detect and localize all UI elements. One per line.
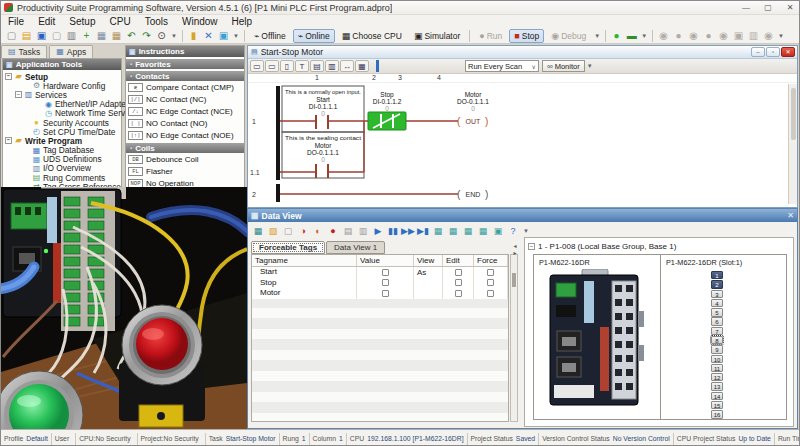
close-icon[interactable]: ✕	[781, 47, 795, 57]
dataview-tool-icon[interactable]: ▦	[476, 224, 490, 237]
paste-icon[interactable]: ▦	[109, 29, 124, 43]
ladder-canvas[interactable]: 1 1.1 2	[248, 84, 788, 205]
ladder-tool-icon[interactable]: ▭	[265, 60, 279, 72]
stop-nc-contact[interactable]	[368, 112, 406, 130]
copy-icon[interactable]: ▦	[94, 29, 109, 43]
view-as-cell[interactable]	[414, 278, 443, 289]
io-point-button[interactable]: 11	[711, 364, 723, 372]
data-view-titlebar[interactable]: ▦ Data View ✕	[248, 209, 797, 222]
ladder-tool-icon[interactable]: ▭	[250, 60, 264, 72]
save-all-icon[interactable]: ▢	[49, 29, 64, 43]
ladder-tool-icon[interactable]: ▯	[280, 60, 294, 72]
value-checkbox[interactable]	[382, 269, 389, 276]
io-point-button[interactable]: 16	[711, 410, 723, 418]
out-coil[interactable]: ( OUT )	[457, 116, 488, 127]
dataview-tool-icon[interactable]: ▶▶	[401, 224, 415, 237]
io-point-button[interactable]: 9	[711, 345, 723, 353]
io-point-button[interactable]: 15	[711, 401, 723, 409]
io-point-button[interactable]: 1	[711, 271, 723, 279]
io-point-button[interactable]: 8	[711, 336, 723, 344]
table-row[interactable]: Start	[252, 267, 508, 278]
dataview-tool-icon[interactable]: ▦	[461, 224, 475, 237]
close-button[interactable]: ✕	[779, 2, 800, 14]
table-row[interactable]: Motor	[252, 288, 508, 299]
scan-mode-select[interactable]: Run Every Scan∨	[465, 60, 539, 72]
lock-icon[interactable]: ▮	[186, 29, 201, 43]
view-as-cell[interactable]	[414, 288, 443, 299]
dataview-tool-icon[interactable]: ▢	[281, 224, 295, 237]
chevron-down-icon[interactable]: ▼	[233, 33, 239, 39]
chevron-down-icon[interactable]: ▼	[594, 33, 600, 39]
dataview-tool-icon[interactable]: ▦	[431, 224, 445, 237]
dataview-tool-icon[interactable]: ▮▮	[386, 224, 400, 237]
dataview-tool-icon[interactable]: ●	[326, 224, 340, 237]
value-checkbox[interactable]	[382, 290, 389, 297]
online-button[interactable]: ⌁Online	[293, 29, 335, 43]
instruction-item[interactable]: |/| NC Contact (NC)	[126, 93, 244, 105]
print-icon[interactable]: ▥	[64, 29, 79, 43]
edit-checkbox[interactable]	[455, 269, 462, 276]
dataview-tool-icon[interactable]: ?	[506, 224, 520, 237]
io-point-button[interactable]: 7	[711, 327, 723, 335]
dataview-tool-icon[interactable]: ▧	[266, 224, 280, 237]
menu-item[interactable]: Window	[175, 15, 225, 28]
view-icon[interactable]: ▣	[216, 29, 231, 43]
instruction-item[interactable]: | | NO Contact (NO)	[126, 117, 244, 129]
start-no-contact[interactable]	[316, 115, 328, 129]
dataview-tool-icon[interactable]: ◐	[311, 224, 325, 237]
new-icon[interactable]: ▢	[4, 29, 19, 43]
minimize-button[interactable]: —	[735, 2, 757, 14]
edit-checkbox[interactable]	[455, 279, 462, 286]
tab-apps[interactable]: ▦Apps	[49, 45, 93, 58]
instruction-item[interactable]: DB Debounce Coil	[126, 153, 244, 165]
restore-button[interactable]: ▫	[766, 47, 780, 57]
dataview-tool-icon[interactable]: ▥	[356, 224, 370, 237]
menu-item[interactable]: Edit	[31, 15, 62, 28]
io-point-button[interactable]: 2	[711, 280, 723, 288]
value-checkbox[interactable]	[382, 279, 389, 286]
undo-icon[interactable]: ↶	[124, 29, 139, 43]
close-icon[interactable]: ✕	[787, 211, 794, 220]
dataview-tool-icon[interactable]: ▶	[371, 224, 385, 237]
menu-item[interactable]: Setup	[62, 15, 102, 28]
table-row[interactable]: Stop	[252, 278, 508, 289]
scroll-arrows[interactable]: ◂▸	[511, 243, 519, 257]
dataview-tool-icon[interactable]: ◑	[296, 224, 310, 237]
ladder-scrollbar[interactable]	[788, 84, 797, 204]
dataview-tool-icon[interactable]: ▣	[491, 224, 505, 237]
expander-icon[interactable]: −	[5, 137, 12, 144]
coils-section[interactable]: ▪Coils	[126, 143, 244, 153]
force-checkbox[interactable]	[487, 290, 494, 297]
io-point-button[interactable]: 13	[711, 382, 723, 390]
open-icon[interactable]: ▤	[19, 29, 34, 43]
redo-icon[interactable]: ↷	[139, 29, 154, 43]
dataview-tool-icon[interactable]: ▦	[251, 224, 265, 237]
monitor-button[interactable]: ∞Monitor	[542, 60, 585, 72]
io-point-button[interactable]: 10	[711, 355, 723, 363]
chevron-down-icon[interactable]: ▼	[587, 63, 593, 69]
favorites-section[interactable]: ▪Favorites	[126, 59, 244, 69]
instruction-item[interactable]: |↑| NO Edge Contact (NOE)	[126, 129, 244, 141]
io-point-button[interactable]: 4	[711, 299, 723, 307]
dataview-tool-icon[interactable]: ▦	[446, 224, 460, 237]
expander-icon[interactable]: −	[5, 73, 12, 80]
save-icon[interactable]: ▣	[34, 29, 49, 43]
dataview-tool-icon[interactable]: ▶▮	[416, 224, 430, 237]
menu-item[interactable]: File	[1, 15, 31, 28]
ladder-tool-icon[interactable]: ▥	[325, 60, 339, 72]
edit-checkbox[interactable]	[455, 290, 462, 297]
io-point-button[interactable]: 14	[711, 392, 723, 400]
expander-icon[interactable]: −	[15, 91, 22, 98]
ladder-tool-icon[interactable]: ▤	[310, 60, 324, 72]
find-icon[interactable]: ⊙	[154, 29, 169, 43]
menu-item[interactable]: CPU	[103, 15, 138, 28]
debug-button[interactable]: ◉Debug	[546, 29, 591, 43]
ladder-tool-icon[interactable]: ↔	[340, 60, 354, 72]
offline-button[interactable]: ⌁Offline	[249, 29, 291, 43]
instruction-item[interactable]: FL Flasher	[126, 165, 244, 177]
instruction-item[interactable]: /↓ NC Edge Contact (NCE)	[126, 105, 244, 117]
tab-forceable-tags[interactable]: Forceable Tags	[251, 241, 325, 254]
simulator-button[interactable]: ▣Simulator	[409, 29, 465, 43]
add-icon[interactable]: +	[79, 29, 94, 43]
seal-no-contact[interactable]	[316, 164, 328, 178]
